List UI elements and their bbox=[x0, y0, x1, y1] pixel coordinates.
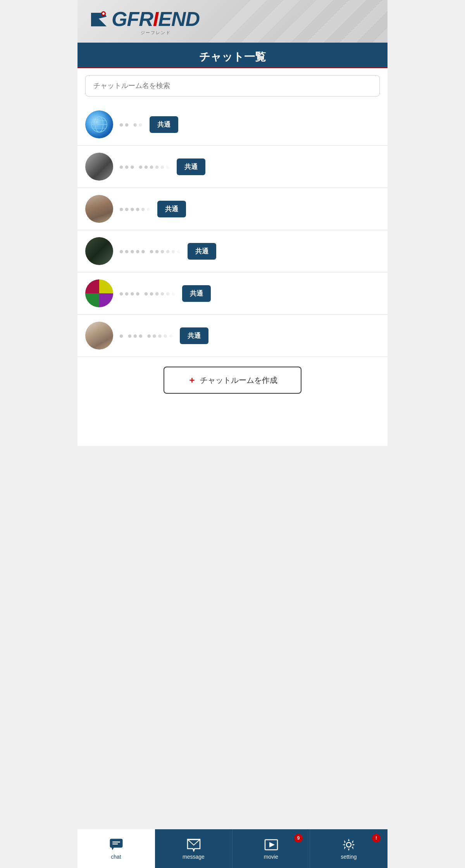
page-title: チャット一覧 bbox=[85, 50, 380, 64]
chat-name: ●●●●●● bbox=[119, 205, 152, 214]
chat-name: ●●●●● ●●●●●● bbox=[119, 247, 182, 256]
logo-text: GFRiEND bbox=[112, 9, 200, 29]
create-room-label: チャットルームを作成 bbox=[200, 375, 277, 386]
list-item[interactable]: ●●●● ●●●●●● 共通 bbox=[78, 272, 388, 315]
search-container bbox=[78, 68, 388, 103]
avatar bbox=[85, 279, 113, 307]
tag-button[interactable]: 共通 bbox=[150, 116, 178, 133]
tag-button[interactable]: 共通 bbox=[177, 158, 205, 175]
tag-button[interactable]: 共通 bbox=[182, 285, 211, 302]
create-room-button[interactable]: ＋ チャットルームを作成 bbox=[164, 367, 301, 394]
chat-name: ● ●●● ●●●●● bbox=[119, 331, 174, 340]
tag-button[interactable]: 共通 bbox=[188, 243, 216, 260]
plus-icon: ＋ bbox=[188, 374, 196, 386]
page-title-bar: チャット一覧 bbox=[78, 43, 388, 68]
chat-name: ●● ●● bbox=[119, 120, 144, 129]
avatar bbox=[85, 153, 113, 181]
tag-button[interactable]: 共通 bbox=[157, 201, 186, 217]
list-item[interactable]: ● ●●● ●●●●● 共通 bbox=[78, 315, 388, 357]
list-item[interactable]: ●● ●● 共通 bbox=[78, 103, 388, 146]
avatar bbox=[85, 322, 113, 350]
chat-name: ●●●● ●●●●●● bbox=[119, 289, 176, 298]
avatar bbox=[85, 110, 113, 138]
list-item[interactable]: ●●●●● ●●●●●● 共通 bbox=[78, 230, 388, 272]
logo-icon bbox=[87, 9, 108, 30]
avatar bbox=[85, 237, 113, 265]
chat-list: ●● ●● 共通 ●●● ●●●●●● 共通 ●●●●●● 共通 ●●●●● ●… bbox=[78, 103, 388, 357]
app-header: GFRiEND ジーフレンド bbox=[78, 0, 388, 43]
globe-icon bbox=[90, 115, 109, 134]
logo: GFRiEND ジーフレンド bbox=[89, 9, 200, 36]
svg-point-1 bbox=[102, 12, 105, 15]
logo-subtitle: ジーフレンド bbox=[112, 30, 200, 36]
search-input[interactable] bbox=[85, 75, 380, 96]
list-item[interactable]: ●●● ●●●●●● 共通 bbox=[78, 146, 388, 188]
avatar bbox=[85, 195, 113, 223]
create-room-container: ＋ チャットルームを作成 bbox=[78, 357, 388, 403]
list-item[interactable]: ●●●●●● 共通 bbox=[78, 188, 388, 230]
tag-button[interactable]: 共通 bbox=[180, 327, 208, 344]
chat-name: ●●● ●●●●●● bbox=[119, 162, 171, 171]
